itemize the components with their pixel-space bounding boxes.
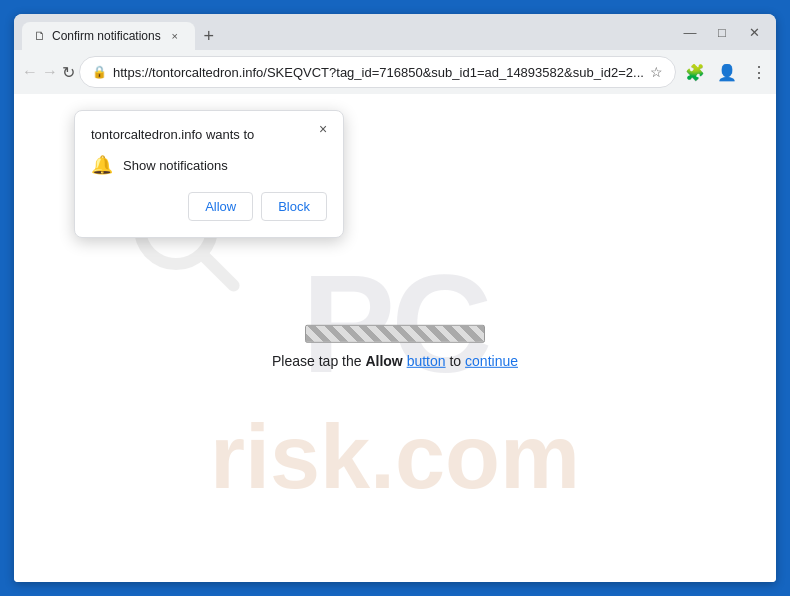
bookmark-icon[interactable]: ☆ <box>650 64 663 80</box>
tab-close-button[interactable]: × <box>167 28 183 44</box>
block-button[interactable]: Block <box>261 192 327 221</box>
watermark-risk: risk.com <box>210 406 580 509</box>
url-text: https://tontorcaltedron.info/SKEQVCT?tag… <box>113 65 644 80</box>
loading-bar <box>305 325 485 343</box>
new-tab-button[interactable]: + <box>195 22 223 50</box>
svg-line-1 <box>203 255 234 286</box>
menu-button[interactable]: ⋮ <box>744 57 774 87</box>
instruction-button-link[interactable]: button <box>407 353 446 369</box>
close-button[interactable]: ✕ <box>740 18 768 46</box>
loading-text: Please tap the Allow button to continue <box>272 353 518 369</box>
nav-bar: ← → ↻ 🔒 https://tontorcaltedron.info/SKE… <box>14 50 776 94</box>
instruction-continue-link[interactable]: continue <box>465 353 518 369</box>
tab-icon: 🗋 <box>34 29 46 43</box>
loading-section: Please tap the Allow button to continue <box>272 325 518 369</box>
back-button[interactable]: ← <box>22 57 38 87</box>
bell-icon: 🔔 <box>91 154 113 176</box>
tab-title: Confirm notifications <box>52 29 161 43</box>
window-controls: — □ ✕ <box>676 18 768 46</box>
popup-close-button[interactable]: × <box>313 119 333 139</box>
address-bar[interactable]: 🔒 https://tontorcaltedron.info/SKEQVCT?t… <box>79 56 676 88</box>
minimize-button[interactable]: — <box>676 18 704 46</box>
nav-right-buttons: 🧩 👤 ⋮ <box>680 57 774 87</box>
notification-popup: × tontorcaltedron.info wants to 🔔 Show n… <box>74 110 344 238</box>
extensions-button[interactable]: 🧩 <box>680 57 710 87</box>
tab-strip: 🗋 Confirm notifications × + <box>22 14 672 50</box>
allow-button[interactable]: Allow <box>188 192 253 221</box>
browser-window: 🗋 Confirm notifications × + — □ ✕ ← → ↻ … <box>14 14 776 582</box>
instruction-allow-bold: Allow <box>365 353 402 369</box>
title-bar: 🗋 Confirm notifications × + — □ ✕ <box>14 14 776 50</box>
popup-buttons: Allow Block <box>91 192 327 221</box>
active-tab[interactable]: 🗋 Confirm notifications × <box>22 22 195 50</box>
maximize-button[interactable]: □ <box>708 18 736 46</box>
popup-notification-label: Show notifications <box>123 158 228 173</box>
refresh-button[interactable]: ↻ <box>62 57 75 87</box>
instruction-to: to <box>446 353 465 369</box>
popup-notification-item: 🔔 Show notifications <box>91 154 327 176</box>
content-area: PC risk.com Please tap the Allow button … <box>14 94 776 582</box>
forward-button[interactable]: → <box>42 57 58 87</box>
popup-title: tontorcaltedron.info wants to <box>91 127 327 142</box>
profile-button[interactable]: 👤 <box>712 57 742 87</box>
lock-icon: 🔒 <box>92 65 107 79</box>
instruction-prefix: Please tap the <box>272 353 365 369</box>
